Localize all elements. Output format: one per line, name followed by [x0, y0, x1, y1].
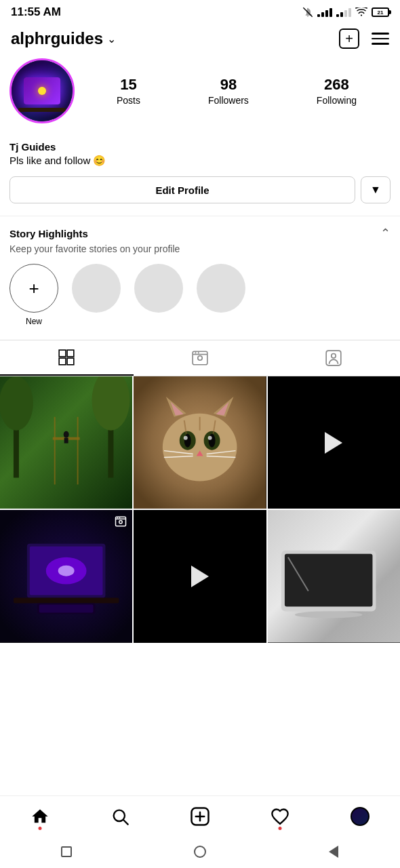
- username-chevron-icon[interactable]: ⌄: [107, 33, 116, 45]
- nav-profile[interactable]: [343, 803, 377, 830]
- cat-image: [134, 376, 266, 509]
- bio-section: Tj Guides Pls like and follow 😊: [0, 141, 400, 176]
- bio-text: Pls like and follow 😊: [9, 155, 391, 167]
- profile-section: 15 Posts 98 Followers 268 Following: [0, 58, 400, 141]
- notification-mute-icon: [302, 7, 313, 18]
- highlights-row: + New: [9, 264, 391, 333]
- svg-point-35: [208, 436, 212, 440]
- following-label: Following: [317, 95, 357, 106]
- svg-point-10: [198, 352, 199, 353]
- nav-add[interactable]: [183, 803, 217, 830]
- following-stat[interactable]: 268 Following: [317, 76, 357, 106]
- header-username-area[interactable]: alphrguides ⌄: [11, 29, 116, 48]
- profile-avatar-nav: [351, 807, 369, 826]
- highlights-subtitle: Keep your favorite stories on your profi…: [9, 243, 391, 254]
- svg-point-55: [117, 517, 119, 519]
- svg-rect-20: [54, 417, 56, 485]
- avatar-image: [12, 60, 73, 121]
- svg-rect-2: [59, 350, 66, 357]
- new-highlight-button[interactable]: + New: [9, 264, 58, 326]
- edit-profile-button[interactable]: Edit Profile: [9, 176, 355, 203]
- svg-point-56: [119, 517, 121, 519]
- highlights-collapse-icon[interactable]: ⌃: [380, 226, 391, 241]
- followers-stat[interactable]: 98 Followers: [208, 76, 249, 106]
- svg-rect-21: [77, 417, 79, 485]
- svg-rect-3: [67, 350, 74, 357]
- tab-tagged[interactable]: [266, 340, 400, 376]
- reels-icon: [191, 349, 209, 367]
- highlight-circle-2: [134, 264, 183, 313]
- svg-rect-51: [39, 605, 94, 613]
- avatar[interactable]: [9, 58, 75, 123]
- metal-image: [268, 510, 400, 642]
- username-label: alphrguides: [11, 29, 103, 48]
- back-button[interactable]: [326, 844, 341, 859]
- new-highlight-circle: +: [9, 264, 58, 313]
- highlight-item-2[interactable]: [134, 264, 183, 313]
- story-highlights-section: Story Highlights ⌃ Keep your favorite st…: [0, 216, 400, 340]
- posts-stat[interactable]: 15 Posts: [117, 76, 140, 106]
- followers-count: 98: [220, 76, 237, 94]
- activity-dot: [279, 827, 282, 830]
- svg-point-33: [209, 434, 216, 448]
- svg-point-53: [119, 521, 123, 524]
- home-system-icon: [194, 846, 206, 858]
- status-time: 11:55 AM: [11, 5, 61, 19]
- post-cell-1[interactable]: [0, 376, 132, 509]
- svg-point-7: [198, 356, 203, 361]
- posts-label: Posts: [117, 95, 140, 106]
- svg-point-9: [195, 352, 196, 353]
- nav-home[interactable]: [23, 803, 57, 830]
- post-cell-6[interactable]: [268, 510, 400, 642]
- svg-rect-5: [67, 358, 74, 365]
- svg-point-22: [64, 431, 69, 438]
- highlights-title: Story Highlights: [9, 228, 88, 239]
- menu-button[interactable]: [372, 33, 389, 45]
- grid-icon: [58, 349, 75, 366]
- highlight-circle-3: [197, 264, 245, 313]
- svg-point-48: [58, 566, 75, 576]
- play-icon-2: [191, 566, 209, 587]
- plus-icon: +: [28, 278, 39, 299]
- header-actions: +: [339, 28, 389, 49]
- highlight-item-3[interactable]: [197, 264, 245, 313]
- profile-options-button[interactable]: ▼: [361, 176, 391, 203]
- nav-search[interactable]: [103, 803, 137, 830]
- post-cell-5[interactable]: [134, 510, 266, 642]
- svg-rect-49: [14, 598, 119, 604]
- wifi-icon: [355, 7, 367, 17]
- nav-activity[interactable]: [263, 803, 297, 830]
- tagged-icon: [325, 349, 342, 367]
- post-cell-4[interactable]: [0, 510, 132, 642]
- home-button[interactable]: [193, 844, 207, 859]
- back-icon: [329, 846, 338, 858]
- svg-point-12: [331, 354, 336, 359]
- post-cell-3[interactable]: [268, 376, 400, 509]
- svg-rect-23: [64, 438, 68, 443]
- post-cell-2[interactable]: [134, 376, 266, 509]
- svg-point-34: [184, 436, 188, 440]
- action-buttons: Edit Profile ▼: [0, 176, 400, 216]
- bottom-nav: [0, 795, 400, 835]
- svg-point-32: [184, 434, 191, 448]
- svg-point-60: [295, 612, 363, 618]
- heart-icon: [271, 807, 289, 826]
- svg-line-63: [123, 820, 127, 824]
- posts-grid: [0, 376, 400, 643]
- reels-badge-icon: [115, 515, 127, 531]
- display-name: Tj Guides: [9, 141, 391, 153]
- profile-stats: 15 Posts 98 Followers 268 Following: [75, 76, 391, 106]
- recent-apps-button[interactable]: [59, 844, 74, 859]
- highlight-item-1[interactable]: [72, 264, 121, 313]
- svg-rect-52: [116, 517, 126, 527]
- recent-apps-icon: [61, 846, 72, 857]
- svg-point-1: [361, 14, 362, 16]
- svg-rect-6: [193, 351, 207, 365]
- svg-rect-59: [285, 554, 373, 607]
- add-post-button[interactable]: +: [339, 28, 359, 49]
- tab-reels[interactable]: [134, 340, 267, 376]
- home-icon: [31, 807, 49, 826]
- svg-point-16: [0, 376, 33, 431]
- tab-grid[interactable]: [0, 340, 134, 376]
- highlight-circle-1: [72, 264, 121, 313]
